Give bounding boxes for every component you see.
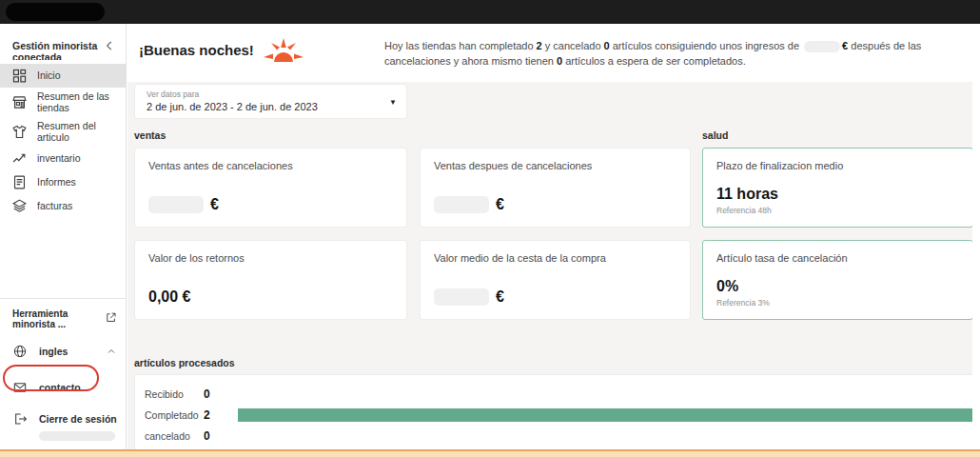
card-valor-retornos: Valor de los retornos 0,00 € <box>134 240 407 320</box>
currency-symbol: € <box>210 196 219 213</box>
sidebar-item-label: inventario <box>37 153 81 165</box>
sidebar-item-label: Inicio <box>37 70 61 82</box>
caret-down-icon: ▼ <box>389 98 397 107</box>
sidebar-bottom: Herramienta minorista ... ingles contact <box>0 298 127 457</box>
sidebar-item-informes[interactable]: Informes <box>0 170 126 194</box>
chart-category-label: Recibido <box>145 388 204 400</box>
chart-row: Recibido 0 <box>145 384 972 405</box>
right-gutter <box>972 24 980 450</box>
app-title-line1: Gestión minorista <box>12 40 100 51</box>
retail-tool-label: Herramienta minorista ... <box>12 308 105 329</box>
card-title: Artículo tasa de cancelación <box>716 252 959 264</box>
sidebar-item-label: Resumen de las tiendas <box>37 91 119 113</box>
card-tasa-cancelacion: Artículo tasa de cancelación 0% Referenc… <box>702 240 973 320</box>
date-range-value: 2 de jun. de 2023 - 2 de jun. de 2023 <box>147 101 397 112</box>
card-ventas-despues: Ventas despues de cancelaciones € <box>420 148 691 228</box>
chart-value: 2 <box>204 408 238 422</box>
card-title: Valor de los retornos <box>148 252 393 264</box>
sidebar-item-inventario[interactable]: inventario <box>0 147 126 170</box>
card-title: Plazo de finalizacion medio <box>716 160 959 171</box>
logout-icon <box>12 411 28 427</box>
tshirt-icon <box>11 124 28 140</box>
card-valor-cesta: Valor medio de la cesta de la compra € <box>420 240 691 320</box>
chevron-up-icon <box>106 346 117 357</box>
sidebar-collapse-icon[interactable] <box>103 39 116 52</box>
app-window: Gestión minorista conectada Inicio Resum… <box>0 0 980 457</box>
main-header: ¡Buenas noches! Hoy la <box>127 24 972 82</box>
sidebar-item-resumen-articulo[interactable]: Resumen del articulo <box>0 117 126 147</box>
sidebar: Gestión minorista conectada Inicio Resum… <box>0 24 127 457</box>
redacted-amount <box>148 196 204 213</box>
main-content: ¡Buenas noches! Hoy la <box>127 24 972 457</box>
chart-bar <box>238 408 972 422</box>
language-label: ingles <box>39 346 94 357</box>
sunrise-icon <box>264 37 304 62</box>
chart-bar-track <box>238 408 972 422</box>
top-bar <box>0 0 980 24</box>
dashboard-content: Ver datos para 2 de jun. de 2023 - 2 de … <box>127 82 972 457</box>
logout-button[interactable]: Cierre de sesión <box>0 406 127 443</box>
app-title-line2: conectada <box>12 51 100 60</box>
globe-icon <box>12 344 28 359</box>
date-range-selector[interactable]: Ver datos para 2 de jun. de 2023 - 2 de … <box>134 84 407 119</box>
chart-category-label: cancelado <box>145 430 204 442</box>
app-title: Gestión minorista conectada <box>12 40 100 60</box>
summary-part: y cancelado <box>542 40 604 51</box>
language-selector[interactable]: ingles <box>0 337 127 366</box>
retail-tool-link[interactable]: Herramienta minorista ... <box>0 299 127 337</box>
daily-summary-text: Hoy las tiendas han completado 2 y cance… <box>384 37 948 69</box>
summary-part: Hoy las tiendas han completado <box>384 40 537 51</box>
health-section: salud Plazo de finalizacion medio 11 hor… <box>702 129 973 332</box>
card-plazo-finalizacion: Plazo de finalizacion medio 11 horas Ref… <box>702 148 973 228</box>
sidebar-nav: Inicio Resumen de las tiendas Resumen de… <box>0 64 126 218</box>
sidebar-item-facturas[interactable]: facturas <box>0 194 126 218</box>
card-value: 0,00 € <box>148 288 190 306</box>
processed-articles-section: artículos procesados Recibido 0 Completa… <box>134 357 972 457</box>
sales-section-label: ventas <box>134 129 691 141</box>
chart-bar-track <box>238 429 972 443</box>
external-link-icon <box>105 311 117 327</box>
contact-label: contacto <box>39 382 117 393</box>
summary-part: artículos a espera de ser completados. <box>562 55 746 67</box>
card-value: 0% <box>716 278 959 297</box>
redacted-browser-tab[interactable] <box>6 3 105 21</box>
sidebar-item-label: Resumen del articulo <box>37 121 119 143</box>
trend-icon <box>11 150 28 167</box>
date-range-label: Ver datos para <box>147 89 397 99</box>
summary-part: artículos consiguiendo unos ingresos de <box>610 40 802 51</box>
grid-icon <box>11 68 28 84</box>
report-icon <box>11 174 28 190</box>
envelope-icon <box>12 380 28 395</box>
currency-symbol: € <box>496 288 504 306</box>
contact-link[interactable]: contacto <box>0 373 127 402</box>
card-title: Ventas despues de cancelaciones <box>434 160 676 171</box>
redacted-amount <box>434 288 489 306</box>
currency-symbol: € <box>496 196 504 213</box>
sales-section: ventas Ventas antes de cancelaciones € V… <box>134 129 691 332</box>
card-title: Ventas antes de cancelaciones <box>148 160 393 171</box>
redacted-amount <box>434 196 489 213</box>
chart-row: Completado 2 <box>145 405 972 426</box>
sidebar-item-label: facturas <box>37 201 72 212</box>
chart-value: 0 <box>204 429 238 443</box>
card-title: Valor medio de la cesta de la compra <box>434 252 676 264</box>
chart-category-label: Completado <box>145 409 204 421</box>
bottom-accent-bar <box>0 449 980 457</box>
layers-icon <box>11 198 28 214</box>
sidebar-header: Gestión minorista conectada <box>0 24 126 64</box>
health-section-label: salud <box>702 129 973 141</box>
logout-label: Cierre de sesión <box>39 413 117 425</box>
card-reference: Referencia 3% <box>716 298 959 308</box>
chart-bar-track <box>238 387 972 401</box>
redacted-username <box>39 431 115 441</box>
redacted-revenue-value <box>804 41 840 52</box>
sidebar-item-label: Informes <box>37 177 76 189</box>
chart-row: cancelado 0 <box>145 426 972 447</box>
sidebar-item-resumen-tiendas[interactable]: Resumen de las tiendas <box>0 88 126 117</box>
card-value: 11 horas <box>716 186 959 205</box>
sidebar-item-inicio[interactable]: Inicio <box>0 64 126 88</box>
card-ventas-antes: Ventas antes de cancelaciones € <box>134 148 407 228</box>
card-reference: Referencia 48h <box>716 206 959 215</box>
processed-articles-label: artículos procesados <box>134 357 972 368</box>
greeting-text: ¡Buenas noches! <box>139 42 254 58</box>
